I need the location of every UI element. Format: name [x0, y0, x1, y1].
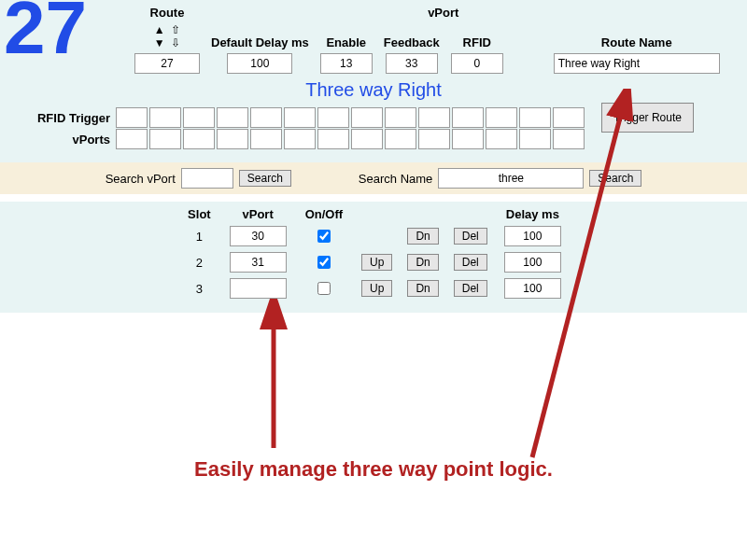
vports-cell[interactable] [250, 129, 282, 149]
route-input[interactable] [134, 53, 200, 74]
vports-cell[interactable] [149, 129, 181, 149]
vports-cell[interactable] [183, 129, 215, 149]
rfid-trigger-cell[interactable] [116, 107, 148, 128]
slot-del-button[interactable]: Del [454, 254, 487, 271]
table-row: 3UpDnDel [176, 275, 571, 301]
vports-cell[interactable] [452, 129, 484, 149]
enable-input[interactable] [320, 53, 373, 74]
rfid-trigger-cell[interactable] [250, 107, 282, 128]
slot-vport-input[interactable] [230, 278, 287, 299]
slot-del-button[interactable]: Del [454, 280, 487, 297]
search-vport-label: Search vPort [106, 172, 176, 186]
vport-group-label: vPort [378, 4, 509, 21]
rfid-trigger-cell[interactable] [217, 107, 248, 128]
table-row: 1DnDel [176, 223, 571, 249]
rfid-trigger-cell[interactable] [452, 107, 484, 128]
enable-label: Enable [315, 21, 378, 51]
vports-cell[interactable] [553, 129, 585, 149]
slot-dn-button[interactable]: Dn [407, 254, 438, 271]
search-vport-button[interactable]: Search [239, 170, 291, 187]
slot-number: 1 [176, 223, 222, 249]
vports-cell[interactable] [217, 129, 248, 149]
vports-label: vPorts [7, 133, 116, 147]
search-name-button[interactable]: Search [589, 170, 641, 187]
annotation-arrow-icon [260, 299, 288, 457]
vports-cell[interactable] [418, 129, 450, 149]
default-delay-input[interactable] [227, 53, 292, 74]
slot-del-button[interactable]: Del [454, 228, 487, 245]
route-name-label: Route Name [548, 21, 726, 51]
rfid-trigger-cell[interactable] [553, 107, 585, 128]
rfid-trigger-cell[interactable] [183, 107, 215, 128]
route-label: Route [129, 4, 205, 21]
search-name-label: Search Name [359, 172, 432, 186]
rfid-trigger-cell[interactable] [519, 107, 551, 128]
route-number-large: 27 [4, 0, 87, 65]
search-bar: Search vPort Search Search Name Search [0, 162, 747, 194]
slot-delay-input[interactable] [504, 252, 561, 273]
search-name-input[interactable] [438, 168, 584, 189]
annotation-caption: Easily manage three way point logic. [0, 457, 747, 482]
delay-header: Delay ms [495, 205, 571, 223]
route-up-down-arrows[interactable]: ▲ ⇧▼ ⇩ [129, 21, 205, 51]
rfid-label: RFID [445, 21, 509, 51]
slot-onoff-checkbox[interactable] [317, 256, 331, 269]
slot-vport-input[interactable] [230, 226, 287, 246]
vports-cell[interactable] [519, 129, 551, 149]
rfid-trigger-cell[interactable] [284, 107, 316, 128]
slot-onoff-checkbox[interactable] [317, 230, 331, 243]
header-block: Route vPort ▲ ⇧▼ ⇩ Default Delay ms Enab… [129, 4, 740, 76]
slots-panel: Slot vPort On/Off Delay ms 1DnDel2UpDnDe… [0, 202, 747, 313]
slot-number: 2 [176, 249, 222, 275]
route-name-input[interactable] [554, 53, 720, 74]
slot-dn-button[interactable]: Dn [407, 228, 438, 245]
rfid-trigger-cell[interactable] [385, 107, 416, 128]
rfid-input[interactable] [451, 53, 503, 74]
rfid-trigger-cell[interactable] [418, 107, 450, 128]
table-row: 2UpDnDel [176, 249, 571, 275]
rfid-trigger-cell[interactable] [149, 107, 181, 128]
vports-cell[interactable] [385, 129, 416, 149]
feedback-label: Feedback [378, 21, 445, 51]
vports-cell[interactable] [317, 129, 349, 149]
search-vport-input[interactable] [181, 168, 233, 189]
vport-header: vPort [222, 205, 294, 223]
rfid-trigger-cell[interactable] [486, 107, 517, 128]
rfid-trigger-cell[interactable] [317, 107, 349, 128]
vports-cell[interactable] [116, 129, 148, 149]
slot-number: 3 [176, 275, 222, 301]
slot-header: Slot [176, 205, 222, 223]
rfid-trigger-cell[interactable] [351, 107, 383, 128]
vports-cell[interactable] [284, 129, 316, 149]
onoff-header: On/Off [294, 205, 354, 223]
route-title: Three way Right [7, 79, 740, 101]
header-table: Route vPort ▲ ⇧▼ ⇩ Default Delay ms Enab… [129, 4, 726, 76]
slot-up-button[interactable]: Up [361, 254, 392, 271]
slot-vport-input[interactable] [230, 252, 287, 273]
slot-delay-input[interactable] [504, 278, 561, 299]
feedback-input[interactable] [386, 53, 438, 74]
vports-cell[interactable] [486, 129, 517, 149]
default-delay-label: Default Delay ms [205, 21, 315, 51]
slot-onoff-checkbox[interactable] [317, 282, 331, 295]
slot-up-button[interactable]: Up [361, 280, 392, 297]
route-editor-panel: 27 Route vPort ▲ ⇧▼ ⇩ Default Delay ms E… [0, 0, 747, 162]
slot-delay-input[interactable] [504, 226, 561, 246]
slot-dn-button[interactable]: Dn [407, 280, 438, 297]
vports-cell[interactable] [351, 129, 383, 149]
slots-table: Slot vPort On/Off Delay ms 1DnDel2UpDnDe… [176, 205, 571, 301]
trigger-route-button[interactable]: Trigger Route [601, 103, 694, 133]
rfid-trigger-label: RFID Trigger [7, 111, 116, 125]
